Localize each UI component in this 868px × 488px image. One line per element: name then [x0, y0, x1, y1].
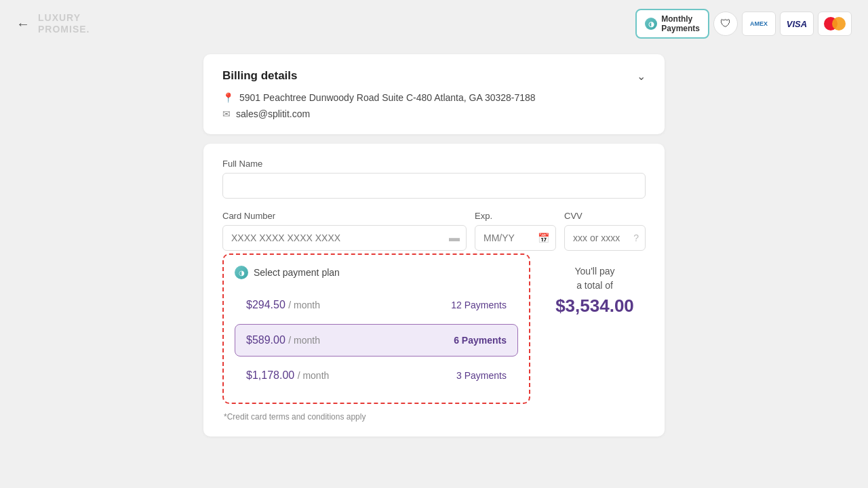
plan-count-6: 6 Payments: [454, 335, 507, 346]
plan-amount-3: $1,178.00 / month: [246, 369, 329, 382]
card-row: Card Number ▬ Exp. 📅 CVV ?: [222, 211, 646, 251]
card-type-icon: ▬: [449, 232, 460, 244]
total-box: You'll paya total of $3,534.00: [544, 253, 646, 327]
card-number-label: Card Number: [222, 211, 467, 221]
full-name-input[interactable]: [222, 173, 646, 199]
header-left: ← LUXURY PROMISE.: [16, 12, 90, 35]
plan-option-12[interactable]: $294.50 / month 12 Payments: [235, 289, 518, 321]
mastercard-icon: [824, 17, 846, 30]
plan-amount-12: $294.50 / month: [246, 299, 320, 311]
card-number-field: Card Number ▬: [222, 211, 467, 251]
billing-title: Billing details: [222, 69, 298, 83]
billing-address-row: 📍 5901 Peachtree Dunwoody Road Suite C-4…: [222, 92, 646, 103]
card-number-input[interactable]: [222, 225, 467, 251]
billing-collapse-button[interactable]: ⌄: [637, 70, 646, 83]
full-name-field: Full Name: [222, 159, 646, 211]
billing-address: 5901 Peachtree Dunwoody Road Suite C-480…: [239, 92, 536, 103]
back-button[interactable]: ←: [16, 16, 30, 32]
exp-field: Exp. 📅: [475, 211, 556, 251]
billing-email-row: ✉ sales@splitit.com: [222, 108, 646, 119]
payment-plan-box: ◑ Select payment plan $294.50 / month 12…: [222, 253, 530, 404]
cvv-help-icon[interactable]: ?: [633, 232, 639, 243]
plan-header: ◑ Select payment plan: [235, 266, 518, 279]
plan-splitit-icon: ◑: [235, 266, 248, 279]
amex-badge: AMEX: [742, 12, 776, 36]
terms-text: *Credit card terms and conditions apply: [222, 412, 646, 422]
amex-label: AMEX: [750, 20, 768, 27]
header: ← LUXURY PROMISE. ◑ MonthlyPayments 🛡 AM…: [0, 0, 868, 47]
email-icon: ✉: [222, 108, 231, 119]
total-label: You'll paya total of: [555, 264, 635, 293]
payment-form-card: Full Name Card Number ▬ Exp. 📅 CVV: [203, 144, 665, 436]
plan-amount-6: $589.00 / month: [246, 334, 320, 346]
plan-header-label: Select payment plan: [254, 267, 340, 278]
header-right: ◑ MonthlyPayments 🛡 AMEX VISA: [635, 9, 852, 39]
billing-details-card: Billing details ⌄ 📍 5901 Peachtree Dunwo…: [203, 54, 665, 134]
payment-plan-section: ◑ Select payment plan $294.50 / month 12…: [222, 253, 646, 404]
splitit-icon: ◑: [645, 18, 657, 30]
main-content: Billing details ⌄ 📍 5901 Peachtree Dunwo…: [0, 47, 868, 488]
billing-header: Billing details ⌄: [222, 69, 646, 83]
plan-option-3[interactable]: $1,178.00 / month 3 Payments: [235, 359, 518, 392]
visa-label: VISA: [787, 19, 807, 29]
plan-option-6[interactable]: $589.00 / month 6 Payments: [235, 324, 518, 357]
shield-icon: 🛡: [720, 18, 731, 30]
calendar-icon: 📅: [538, 232, 549, 243]
location-icon: 📍: [222, 92, 234, 103]
monthly-payments-badge[interactable]: ◑ MonthlyPayments: [635, 9, 709, 39]
billing-email: sales@splitit.com: [236, 108, 310, 119]
cvv-field: CVV ?: [564, 211, 646, 251]
mastercard-badge: [818, 12, 852, 36]
plan-count-12: 12 Payments: [451, 300, 507, 310]
cvv-label: CVV: [564, 211, 646, 221]
card-number-input-wrap: ▬: [222, 225, 467, 251]
total-amount: $3,534.00: [555, 296, 635, 317]
shield-badge: 🛡: [713, 12, 738, 36]
logo: LUXURY PROMISE.: [38, 12, 90, 35]
exp-label: Exp.: [475, 211, 556, 221]
monthly-payments-label: MonthlyPayments: [661, 14, 700, 33]
visa-badge: VISA: [780, 12, 814, 36]
full-name-label: Full Name: [222, 159, 646, 169]
cvv-input-wrap: ?: [564, 225, 646, 251]
plan-count-3: 3 Payments: [456, 370, 507, 381]
exp-input-wrap: 📅: [475, 225, 556, 251]
billing-info: 📍 5901 Peachtree Dunwoody Road Suite C-4…: [222, 92, 646, 119]
